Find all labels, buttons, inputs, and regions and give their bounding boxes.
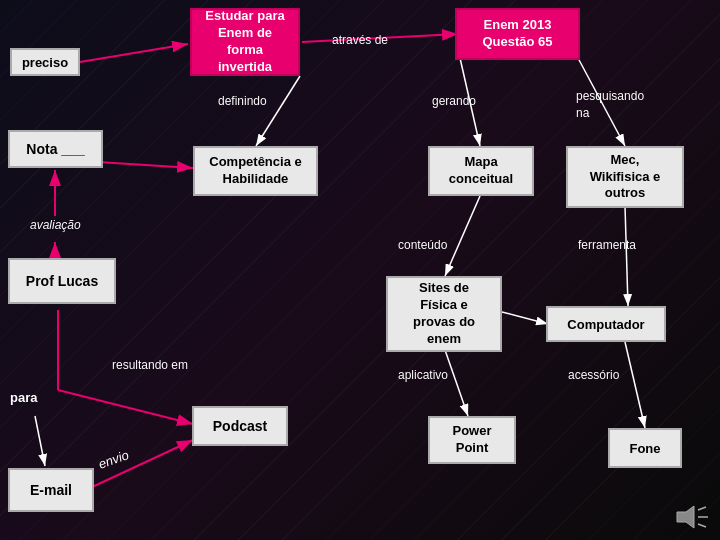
node-mapa-label: Mapaconceitual bbox=[449, 154, 513, 188]
svg-line-22 bbox=[698, 524, 706, 527]
node-fone: Fone bbox=[608, 428, 682, 468]
label-resultando: resultando em bbox=[112, 358, 188, 372]
node-estudar: Estudar paraEnem deformainvertida bbox=[190, 8, 300, 76]
node-preciso-label: preciso bbox=[22, 55, 68, 70]
node-computador-label: Computador bbox=[567, 317, 644, 332]
label-avaliacao: avaliação bbox=[30, 218, 81, 232]
node-estudar-label: Estudar paraEnem deformainvertida bbox=[205, 8, 284, 76]
speaker-icon bbox=[672, 502, 712, 532]
node-podcast-label: Podcast bbox=[213, 418, 267, 434]
node-email-label: E-mail bbox=[30, 482, 72, 498]
node-powerpoint: PowerPoint bbox=[428, 416, 516, 464]
label-acessorio: acessório bbox=[568, 368, 619, 382]
label-atraves: através de bbox=[332, 33, 388, 47]
node-nota-label: Nota ___ bbox=[26, 141, 84, 157]
label-pesquisando: pesquisandona bbox=[576, 88, 644, 122]
node-competencia: Competência eHabilidade bbox=[193, 146, 318, 196]
node-powerpoint-label: PowerPoint bbox=[452, 423, 491, 457]
node-sites-label: Sites deFísica eprovas doenem bbox=[413, 280, 475, 348]
node-mec: Mec,Wikifisica eoutros bbox=[566, 146, 684, 208]
label-envio: envio bbox=[96, 447, 130, 472]
svg-line-18 bbox=[35, 416, 45, 466]
svg-line-12 bbox=[502, 312, 548, 324]
svg-line-4 bbox=[256, 76, 300, 146]
node-prof-lucas-label: Prof Lucas bbox=[26, 273, 98, 289]
node-fone-label: Fone bbox=[629, 441, 660, 456]
node-email: E-mail bbox=[8, 468, 94, 512]
node-prof-lucas: Prof Lucas bbox=[8, 258, 116, 304]
svg-line-7 bbox=[98, 162, 193, 168]
label-gerando: gerando bbox=[432, 94, 476, 108]
node-enem2013: Enem 2013Questão 65 bbox=[455, 8, 580, 60]
label-conteudo: conteúdo bbox=[398, 238, 447, 252]
node-sites: Sites deFísica eprovas doenem bbox=[386, 276, 502, 352]
svg-line-11 bbox=[625, 206, 628, 306]
node-competencia-label: Competência eHabilidade bbox=[209, 154, 301, 188]
svg-line-14 bbox=[58, 390, 193, 424]
node-enem2013-label: Enem 2013Questão 65 bbox=[482, 17, 552, 51]
svg-line-20 bbox=[698, 507, 706, 510]
svg-marker-19 bbox=[677, 506, 694, 528]
speaker-svg bbox=[672, 502, 712, 532]
label-aplicativo: aplicativo bbox=[398, 368, 448, 382]
node-preciso: preciso bbox=[10, 48, 80, 76]
node-mapa: Mapaconceitual bbox=[428, 146, 534, 196]
label-definindo: definindo bbox=[218, 94, 267, 108]
svg-line-10 bbox=[445, 196, 480, 276]
node-computador: Computador bbox=[546, 306, 666, 342]
node-nota: Nota ___ bbox=[8, 130, 103, 168]
svg-line-16 bbox=[625, 342, 645, 428]
svg-line-2 bbox=[80, 44, 188, 62]
label-para: para bbox=[10, 390, 37, 405]
svg-line-15 bbox=[445, 350, 468, 416]
label-ferramenta: ferramenta bbox=[578, 238, 636, 252]
node-mec-label: Mec,Wikifisica eoutros bbox=[590, 152, 661, 203]
node-podcast: Podcast bbox=[192, 406, 288, 446]
